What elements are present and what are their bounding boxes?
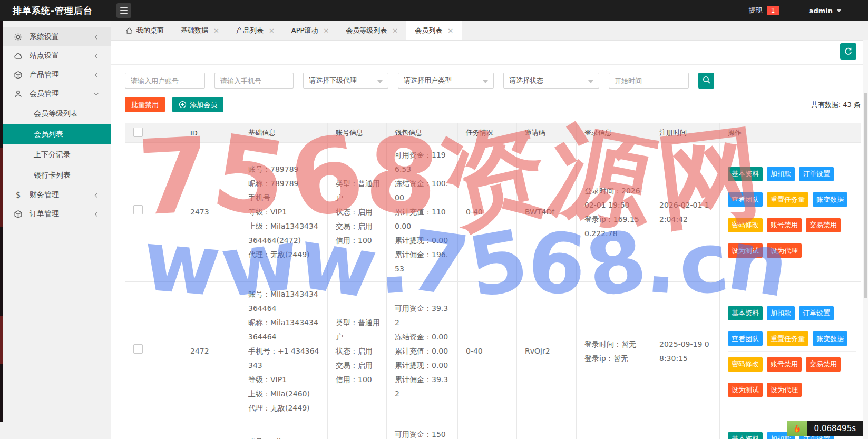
action-button-设为代理[interactable]: 设为代理 — [767, 243, 802, 258]
cell-task: 0-40 — [458, 282, 517, 421]
sidebar-subitem-会员等级列表[interactable]: 会员等级列表 — [0, 103, 111, 124]
cell-basic-info: 账号：Mila3215昵称：Mila3215手机号：+1 1155214545等… — [240, 421, 328, 439]
close-icon[interactable]: ✕ — [213, 27, 219, 34]
action-button-密码修改[interactable]: 密码修改 — [728, 218, 763, 232]
action-group: 查看团队重置任务量账变数据 — [728, 187, 856, 213]
action-button-基本资料[interactable]: 基本资料 — [728, 306, 763, 320]
row-checkbox[interactable] — [133, 344, 143, 354]
debug-time-badge[interactable]: 0.068495s — [787, 421, 863, 436]
scrollbar-track — [863, 40, 868, 439]
withdraw-link[interactable]: 提现 — [749, 6, 763, 15]
sidebar-item-label: 产品管理 — [30, 70, 59, 80]
close-icon[interactable]: ✕ — [447, 27, 453, 34]
cell-registered: 2025-09-19 03:08:46 — [651, 421, 720, 439]
cell-login-info: 登录时间：暂无登录ip：暂无 — [577, 282, 651, 421]
action-button-密码修改[interactable]: 密码修改 — [728, 357, 763, 372]
action-button-加扣款[interactable]: 加扣款 — [767, 167, 795, 181]
cell-basic-info: 账号：Mila1343434364464昵称：Mila1343434364464… — [240, 282, 328, 421]
table-row: 2473账号：789789昵称：789789手机号：等级：VIP1上级：Mila… — [125, 143, 861, 282]
sidebar-item-站点设置[interactable]: 站点设置 — [0, 46, 111, 65]
sidebar-item-产品管理[interactable]: 产品管理 — [0, 65, 111, 84]
close-icon[interactable]: ✕ — [323, 27, 329, 34]
user-account-input[interactable] — [125, 73, 205, 89]
sidebar: 系统设置站点设置产品管理会员管理会员等级列表会员列表上下分记录银行卡列表$财务管… — [0, 21, 111, 439]
user-menu[interactable]: admin — [809, 7, 842, 15]
action-button-账变数据[interactable]: 账变数据 — [813, 331, 847, 346]
column-header-ID: ID — [182, 123, 240, 143]
action-group: 基本资料加扣款订单设置 — [728, 300, 856, 326]
cell-actions: 基本资料加扣款订单设置查看团队重置任务量账变数据密码修改账号禁用交易禁用设为测试… — [720, 143, 861, 282]
phone-input[interactable] — [214, 73, 294, 89]
search-button[interactable] — [698, 73, 714, 89]
select-placeholder: 请选择下级代理 — [309, 76, 357, 85]
cell-invite-code: RvOjr2 — [517, 282, 577, 421]
scrollbar-thumb[interactable] — [864, 93, 867, 298]
header-right: 提现 1 admin — [749, 0, 842, 21]
add-member-button[interactable]: 添加会员 — [172, 97, 223, 112]
action-group: 密码修改账号禁用交易禁用 — [728, 212, 856, 238]
status-select[interactable]: 请选择状态 — [503, 73, 599, 89]
tab-我的桌面[interactable]: 我的桌面 — [117, 21, 172, 40]
chevron-down-icon — [588, 80, 593, 83]
close-icon[interactable]: ✕ — [269, 27, 275, 34]
main-content: 请选择下级代理请选择用户类型请选择状态 批量禁用 添加会员 共有数据: 43 条… — [111, 40, 868, 439]
sidebar-subitem-上下分记录[interactable]: 上下分记录 — [0, 144, 111, 165]
action-button-设为测试[interactable]: 设为测试 — [728, 243, 763, 258]
tab-label: APP滚动 — [291, 26, 318, 35]
order-icon — [14, 210, 23, 219]
refresh-button[interactable] — [840, 43, 856, 60]
tab-会员列表[interactable]: 会员列表✕ — [406, 21, 462, 40]
tab-产品列表[interactable]: 产品列表✕ — [228, 21, 283, 40]
close-icon[interactable]: ✕ — [392, 27, 398, 34]
action-button-账变数据[interactable]: 账变数据 — [813, 192, 847, 207]
action-button-账号禁用[interactable]: 账号禁用 — [767, 357, 802, 372]
finance-icon: $ — [14, 191, 23, 200]
tab-基础数据[interactable]: 基础数据✕ — [172, 21, 228, 40]
cell-wallet-info: 可用资金：39.32冻结资金：0.00累计充值：0.00累计提现：0.00累计佣… — [387, 282, 458, 421]
action-button-查看团队[interactable]: 查看团队 — [728, 331, 763, 346]
action-button-账号禁用[interactable]: 账号禁用 — [767, 218, 802, 232]
action-button-重置任务量[interactable]: 重置任务量 — [767, 192, 808, 207]
action-button-订单设置[interactable]: 订单设置 — [799, 167, 834, 181]
site-icon — [14, 52, 23, 61]
app-title: 排单系统-管理后台 — [13, 0, 93, 21]
agent-select[interactable]: 请选择下级代理 — [303, 73, 388, 89]
action-button-加扣款[interactable]: 加扣款 — [767, 306, 795, 320]
action-button-交易禁用[interactable]: 交易禁用 — [806, 218, 841, 232]
tab-会员等级列表[interactable]: 会员等级列表✕ — [337, 21, 406, 40]
action-button-设为代理[interactable]: 设为代理 — [767, 383, 802, 397]
sidebar-subitem-会员列表[interactable]: 会员列表 — [0, 124, 111, 144]
batch-disable-button[interactable]: 批量禁用 — [125, 97, 165, 112]
search-icon — [702, 75, 711, 86]
sidebar-item-订单管理[interactable]: 订单管理 — [0, 204, 111, 223]
table-header-row: ID基础信息账号信息钱包信息任务情况邀请码登录信息注册时间操作 — [125, 123, 861, 143]
action-button-订单设置[interactable]: 订单设置 — [799, 306, 834, 320]
tab-label: 产品列表 — [236, 26, 264, 35]
select-all-checkbox[interactable] — [133, 128, 143, 137]
action-button-基本资料[interactable]: 基本资料 — [728, 167, 763, 181]
cell-login-info: 登录时间：2026-02-01 19:50登录ip：169.150.222.78 — [577, 143, 651, 282]
action-button-基本资料[interactable]: 基本资料 — [728, 432, 763, 439]
chevron-left-icon — [93, 71, 99, 80]
cell-registered: 2026-02-01 12:04:42 — [651, 143, 720, 282]
start-time-input[interactable] — [609, 73, 689, 89]
sidebar-item-label: 系统设置 — [30, 32, 59, 42]
tab-APP滚动[interactable]: APP滚动✕ — [283, 21, 337, 40]
action-button-交易禁用[interactable]: 交易禁用 — [806, 357, 841, 372]
select-placeholder: 请选择用户类型 — [404, 76, 452, 85]
chevron-left-icon — [93, 191, 99, 200]
action-button-设为测试[interactable]: 设为测试 — [728, 383, 763, 397]
cell-registered: 2025-09-19 08:30:15 — [651, 282, 720, 421]
sidebar-item-财务管理[interactable]: $财务管理 — [0, 186, 111, 204]
user-type-select[interactable]: 请选择用户类型 — [398, 73, 494, 89]
action-button-查看团队[interactable]: 查看团队 — [728, 192, 763, 207]
row-checkbox[interactable] — [133, 205, 143, 214]
cell-basic-info: 账号：789789昵称：789789手机号：等级：VIP1上级：Mila1343… — [240, 143, 328, 282]
sidebar-item-系统设置[interactable]: 系统设置 — [0, 27, 111, 46]
action-button-重置任务量[interactable]: 重置任务量 — [767, 331, 808, 346]
cell-account-info: 类型：普通用户状态：启用交易：启用信用：100 — [328, 282, 387, 421]
sidebar-item-会员管理[interactable]: 会员管理 — [0, 84, 111, 103]
sidebar-subitem-银行卡列表[interactable]: 银行卡列表 — [0, 165, 111, 186]
cell-id: 2473 — [182, 143, 240, 282]
menu-toggle-button[interactable] — [116, 3, 131, 18]
